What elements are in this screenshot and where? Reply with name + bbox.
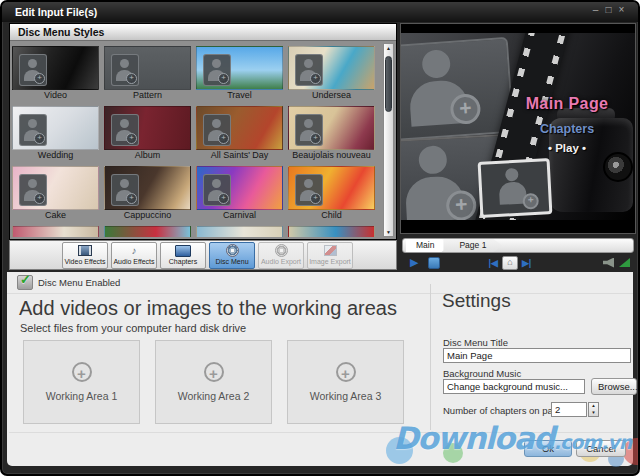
camcorder-lcd: + bbox=[478, 158, 553, 218]
chapters-count-stepper[interactable]: ▲▼ bbox=[588, 402, 599, 417]
chapters-button[interactable]: Chapters bbox=[160, 242, 206, 269]
style-tile-label: Cake bbox=[12, 210, 99, 221]
person-placeholder-icon: + bbox=[295, 114, 323, 146]
style-tile-label: Child bbox=[288, 210, 375, 221]
screen-icon bbox=[175, 245, 191, 257]
window-title: Edit Input File(s) bbox=[15, 6, 97, 18]
preview-chapters-link[interactable]: Chapters bbox=[511, 122, 623, 136]
scroll-up-icon[interactable]: ▲ bbox=[384, 44, 393, 52]
person-placeholder-icon: + bbox=[203, 114, 231, 146]
maximize-icon[interactable]: □ bbox=[602, 4, 615, 15]
working-area-dropzone[interactable]: + Working Area 3 bbox=[287, 340, 404, 424]
disc-menu-preview: + + + Main Page Chapters • Play • bbox=[400, 23, 636, 234]
style-tile-label: Video bbox=[12, 90, 99, 101]
chapters-count-input[interactable] bbox=[551, 402, 587, 417]
style-tile-label: Pattern bbox=[104, 90, 191, 101]
speaker-icon[interactable] bbox=[603, 258, 614, 268]
spin-down-icon[interactable]: ▼ bbox=[589, 410, 598, 416]
person-placeholder-icon: + bbox=[19, 114, 47, 146]
person-placeholder-icon: + bbox=[406, 48, 475, 130]
home-icon[interactable]: ⌂ bbox=[502, 256, 518, 270]
background-music-label: Background Music bbox=[443, 368, 521, 379]
style-tile[interactable]: + Travel bbox=[196, 46, 283, 101]
style-row-partial bbox=[12, 226, 382, 237]
cancel-button[interactable]: Cancel bbox=[576, 440, 626, 457]
browse-button[interactable]: Browse... bbox=[591, 378, 637, 395]
previous-page-icon[interactable]: |◀ bbox=[488, 258, 497, 268]
style-tile[interactable]: + Cappuccino bbox=[104, 166, 191, 221]
next-page-icon[interactable]: ▶| bbox=[522, 258, 531, 268]
style-tile[interactable]: + Wedding bbox=[12, 106, 99, 161]
minimize-icon[interactable]: – bbox=[589, 4, 602, 15]
working-area-dropzone[interactable]: + Working Area 2 bbox=[155, 340, 272, 424]
person-placeholder-icon: + bbox=[111, 54, 139, 86]
working-area-dropzone[interactable]: + Working Area 1 bbox=[23, 340, 140, 424]
settings-panel: Settings Disc Menu Title Background Musi… bbox=[441, 272, 638, 432]
vertical-divider bbox=[430, 284, 431, 430]
disc-menu-title-label: Disc Menu Title bbox=[443, 337, 508, 348]
style-tile[interactable]: + Pattern bbox=[104, 46, 191, 101]
person-placeholder-icon: + bbox=[203, 54, 231, 86]
style-tile[interactable]: + Beaujolais nouveau bbox=[288, 106, 375, 161]
style-tile-label: Undersea bbox=[288, 90, 375, 101]
gallery-scrollbar[interactable]: ▲ ▼ bbox=[383, 43, 394, 237]
style-tile[interactable]: + All Saints' Day bbox=[196, 106, 283, 161]
person-placeholder-icon: + bbox=[203, 174, 231, 206]
scroll-down-icon[interactable]: ▼ bbox=[384, 228, 393, 236]
style-tile[interactable]: + Cake bbox=[12, 166, 99, 221]
mode-toolbar: Video Effects ♪ Audio Effects Chapters D… bbox=[9, 240, 397, 270]
preview-scene: + + + Main Page Chapters • Play • bbox=[401, 33, 635, 220]
add-icon: + bbox=[336, 362, 356, 382]
person-placeholder-icon: + bbox=[19, 174, 47, 206]
background-music-input[interactable] bbox=[443, 379, 585, 394]
spin-up-icon[interactable]: ▲ bbox=[589, 403, 598, 409]
close-icon[interactable]: × bbox=[615, 4, 628, 15]
ok-button[interactable]: Ok bbox=[524, 440, 572, 457]
disc-menu-button[interactable]: Disc Menu bbox=[209, 242, 255, 269]
scrollbar-thumb[interactable] bbox=[385, 56, 392, 112]
page-breadcrumb: MainPage 1 bbox=[402, 238, 634, 253]
play-icon[interactable]: ▶ bbox=[410, 257, 418, 268]
style-tile-clipped[interactable] bbox=[12, 226, 99, 237]
preview-screen-frame: + bbox=[401, 37, 514, 141]
video-effects-button[interactable]: Video Effects bbox=[62, 242, 108, 269]
add-icon: + bbox=[204, 362, 224, 382]
person-placeholder-icon: + bbox=[403, 144, 471, 220]
style-tile[interactable]: + Undersea bbox=[288, 46, 375, 101]
picture-icon bbox=[324, 245, 337, 257]
disc-grey-icon bbox=[275, 245, 288, 257]
style-tile-clipped[interactable] bbox=[196, 226, 283, 237]
music-note-icon: ♪ bbox=[132, 245, 137, 257]
film-icon bbox=[78, 245, 92, 257]
style-tile-label: Beaujolais nouveau bbox=[288, 150, 375, 161]
working-area-label: Working Area 3 bbox=[288, 390, 403, 402]
preview-menu-title: Main Page bbox=[511, 95, 623, 113]
style-tile-clipped[interactable] bbox=[288, 226, 375, 237]
disc-menu-title-input[interactable] bbox=[443, 348, 631, 363]
person-placeholder-icon: + bbox=[295, 54, 323, 86]
working-areas: + Working Area 1 + Working Area 2 + Work… bbox=[23, 340, 404, 424]
style-tile-label: Cappuccino bbox=[104, 210, 191, 221]
image-export-button: Image Export bbox=[307, 242, 353, 269]
person-placeholder-icon: + bbox=[19, 54, 47, 86]
audio-effects-button[interactable]: ♪ Audio Effects bbox=[111, 242, 157, 269]
working-area-label: Working Area 1 bbox=[24, 390, 139, 402]
preview-play-link[interactable]: • Play • bbox=[511, 142, 623, 154]
camcorder-lens bbox=[603, 152, 633, 182]
style-tile[interactable]: + Video bbox=[12, 46, 99, 101]
style-tile[interactable]: + Carnival bbox=[196, 166, 283, 221]
disc-menu-enabled-label: Disc Menu Enabled bbox=[38, 277, 120, 288]
bottom-panel: ✓ Disc Menu Enabled Add videos or images… bbox=[7, 272, 633, 466]
stop-icon[interactable] bbox=[428, 257, 440, 269]
person-placeholder-icon: + bbox=[111, 174, 139, 206]
style-tile-label: Wedding bbox=[12, 150, 99, 161]
style-tile[interactable]: + Child bbox=[288, 166, 375, 221]
person-placeholder-icon: + bbox=[111, 114, 139, 146]
page-tab[interactable]: Page 1 bbox=[443, 239, 502, 252]
chapters-count-label: Number of chapters on page: bbox=[443, 405, 566, 416]
volume-icon[interactable] bbox=[619, 258, 630, 267]
style-tile[interactable]: + Album bbox=[104, 106, 191, 161]
edit-input-files-window: Edit Input File(s) –□× Disc Menu Styles … bbox=[0, 0, 640, 476]
style-tile-label: Travel bbox=[196, 90, 283, 101]
style-tile-clipped[interactable] bbox=[104, 226, 191, 237]
